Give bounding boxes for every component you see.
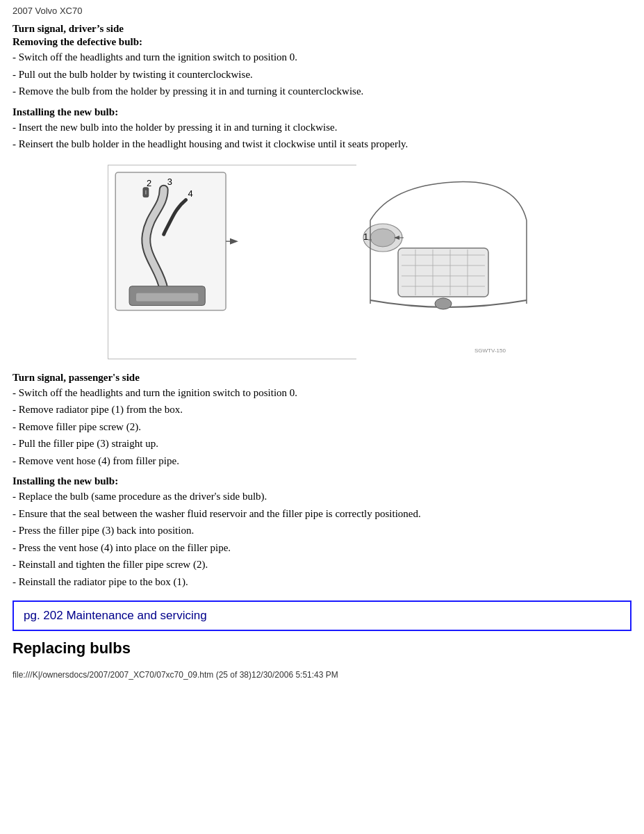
title-bar: 2007 Volvo XC70 xyxy=(13,6,631,16)
step-4-3: - Press the filler pipe (3) back into po… xyxy=(13,523,631,539)
svg-rect-7 xyxy=(136,293,198,301)
diagram-svg: 2 3 4 xyxy=(108,165,358,359)
step-2-2: - Reinsert the bulb holder in the headli… xyxy=(13,136,631,152)
step-2-1: - Insert the new bulb into the holder by… xyxy=(13,120,631,136)
svg-point-22 xyxy=(435,298,452,309)
step-4-2: - Ensure that the seal between the washe… xyxy=(13,506,631,522)
step-4-6: - Reinstall the radiator pipe to the box… xyxy=(13,574,631,590)
step-3-5: - Remove vent hose (4) from filler pipe. xyxy=(13,453,631,469)
svg-text:2: 2 xyxy=(146,177,151,188)
heading-turn-signal-passenger: Turn signal, passenger's side xyxy=(13,372,631,384)
step-1-1: - Switch off the headlights and turn the… xyxy=(13,49,631,65)
svg-text:3: 3 xyxy=(167,176,172,186)
svg-point-19 xyxy=(370,229,395,247)
heading-removing-defective: Removing the defective bulb: xyxy=(13,36,631,48)
section-install-driver: Installing the new bulb: - Insert the ne… xyxy=(13,106,631,152)
replacing-bulbs-title: Replacing bulbs xyxy=(13,639,631,657)
footer-bar: file:///K|/ownersdocs/2007/2007_XC70/07x… xyxy=(13,670,631,680)
step-1-2: - Pull out the bulb holder by twisting i… xyxy=(13,67,631,83)
svg-text:SGWTV-150: SGWTV-150 xyxy=(474,348,506,354)
section-passenger-side: Turn signal, passenger's side - Switch o… xyxy=(13,372,631,469)
svg-text:1: 1 xyxy=(363,231,368,242)
diagram-container: 2 3 4 xyxy=(13,165,631,359)
step-3-1: - Switch off the headlights and turn the… xyxy=(13,385,631,401)
step-3-2: - Remove radiator pipe (1) from the box. xyxy=(13,402,631,418)
step-3-4: - Pull the filler pipe (3) straight up. xyxy=(13,436,631,452)
heading-turn-signal-driver: Turn signal, driver’s side xyxy=(13,23,631,35)
section-driver-side: Turn signal, driver’s side Removing the … xyxy=(13,23,631,99)
svg-rect-9 xyxy=(398,248,488,297)
svg-text:4: 4 xyxy=(188,188,192,198)
car-diagram-svg: 1 SGWTV-150 xyxy=(356,165,537,359)
heading-install-new-bulb-1: Installing the new bulb: xyxy=(13,106,631,118)
page-number-box: pg. 202 Maintenance and servicing xyxy=(13,600,631,631)
step-4-4: - Press the vent hose (4) into place on … xyxy=(13,540,631,556)
step-3-3: - Remove filler pipe screw (2). xyxy=(13,419,631,435)
step-1-3: - Remove the bulb from the holder by pre… xyxy=(13,83,631,99)
heading-install-new-bulb-2: Installing the new bulb: xyxy=(13,475,631,487)
section-install-passenger: Installing the new bulb: - Replace the b… xyxy=(13,475,631,589)
step-4-5: - Reinstall and tighten the filler pipe … xyxy=(13,557,631,573)
step-4-1: - Replace the bulb (same procedure as th… xyxy=(13,489,631,505)
